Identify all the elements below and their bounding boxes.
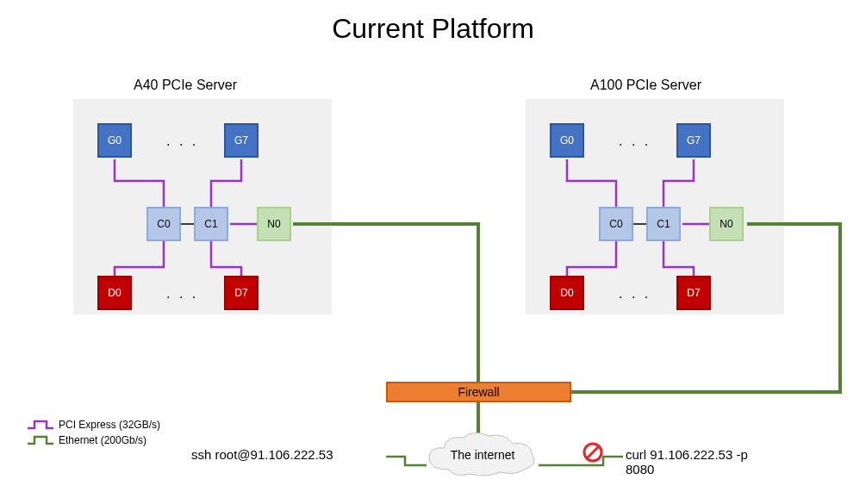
- gpu-node-g7-right: G7: [676, 123, 711, 158]
- internet-label: The internet: [448, 448, 517, 462]
- disk-node-d0-left: D0: [97, 276, 132, 310]
- cpu-node-c1-left: C1: [194, 207, 228, 241]
- legend-pci-line: [28, 420, 53, 430]
- gpu-node-g0-right: G0: [550, 123, 584, 158]
- nic-node-n0-right: N0: [709, 207, 744, 241]
- gpu-node-g7-left: G7: [224, 123, 259, 158]
- firewall-box: Firewall: [386, 382, 571, 402]
- ellipsis-disk-right: . . .: [619, 286, 651, 302]
- ellipsis-disk-left: . . .: [166, 286, 198, 302]
- server-label-right: A100 PCIe Server: [590, 78, 701, 93]
- cpu-node-c0-left: C0: [146, 207, 181, 241]
- ellipsis-gpu-right: . . .: [619, 134, 651, 149]
- prohibit-icon: [583, 442, 603, 463]
- ellipsis-gpu-left: . . .: [166, 134, 198, 149]
- disk-node-d0-right: D0: [550, 276, 584, 310]
- cpu-node-c1-right: C1: [646, 207, 681, 241]
- page-title: Current Platform: [0, 0, 866, 45]
- server-label-left: A40 PCIe Server: [134, 78, 237, 93]
- curl-command-text: curl 91.106.222.53 -p 8080: [626, 447, 772, 476]
- disk-node-d7-right: D7: [676, 276, 711, 310]
- gpu-node-g0-left: G0: [97, 123, 132, 158]
- legend-pci-text: PCI Express (32GB/s): [59, 419, 160, 431]
- disk-node-d7-left: D7: [224, 276, 259, 310]
- nic-node-n0-left: N0: [257, 207, 291, 241]
- cpu-node-c0-right: C0: [599, 207, 633, 241]
- legend-eth-text: Ethernet (200Gb/s): [59, 434, 146, 446]
- ssh-command-text: ssh root@91.106.222.53: [191, 447, 333, 462]
- svg-line-1: [587, 446, 599, 458]
- legend-eth-line: [28, 435, 53, 445]
